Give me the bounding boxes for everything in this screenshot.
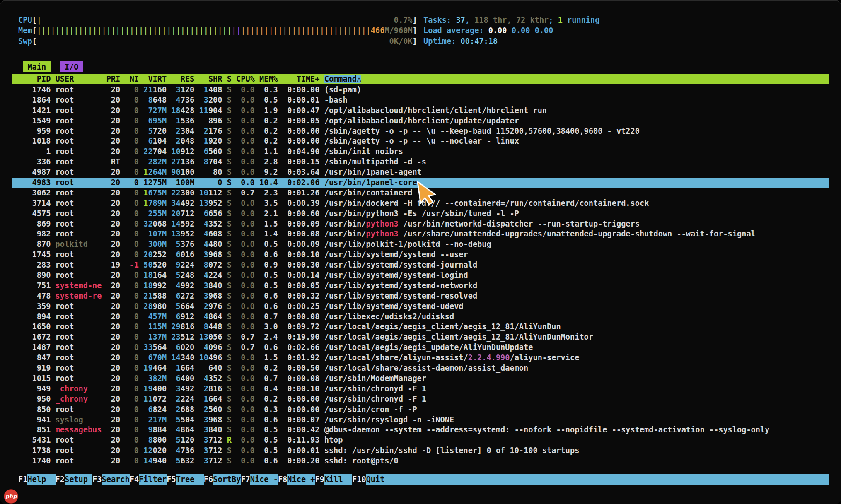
col-user[interactable]: USER	[56, 74, 102, 84]
cell-virt: 28980	[143, 301, 167, 312]
cell-mem: 1.5	[259, 353, 278, 363]
col-pri[interactable]: PRI	[106, 74, 121, 84]
process-row[interactable]: 1549root200695M1536896S0.00.20:00.05/opt…	[12, 116, 829, 126]
cell-mem: 1.5	[259, 219, 278, 229]
fkey-f1-label[interactable]: Help	[27, 474, 55, 485]
process-row[interactable]: 870polkitd200300M53764480S0.00.50:00.09/…	[12, 239, 829, 250]
col-mem[interactable]: MEM%	[259, 74, 278, 84]
cell-user: root	[56, 167, 102, 178]
process-row[interactable]: 982root200107M139524608S0.01.40:00.08/us…	[12, 229, 829, 239]
cell-res: 5120	[171, 435, 194, 446]
col-time[interactable]: TIME+	[283, 74, 320, 84]
col-res[interactable]: RES	[171, 74, 194, 84]
fkey-f9[interactable]: F9	[315, 474, 324, 485]
process-row[interactable]: 1015root200382M64004352S0.00.70:00.08/us…	[12, 374, 829, 384]
cell-ni: 0	[125, 147, 139, 157]
process-row[interactable]: 1650root200115M298168448S0.03.00:09.72/u…	[12, 322, 829, 332]
cell-pri: 20	[106, 456, 121, 466]
tab-io[interactable]: I/O	[60, 61, 83, 72]
process-row[interactable]: 1745root2002025260163968S0.00.60:00.10/u…	[12, 250, 829, 260]
fkey-f7-label[interactable]: Nice -	[250, 474, 278, 485]
process-row[interactable]: 336rootRT0282M271368704S0.02.80:00.15/sb…	[12, 157, 829, 167]
cell-mem: 0.3	[259, 405, 278, 415]
process-row[interactable]: 869root20032068145924352S0.01.50:00.09/u…	[12, 219, 829, 229]
process-row[interactable]: 950_chrony2001107222241664S0.00.20:00.00…	[12, 394, 829, 405]
fkey-f8-label[interactable]: Nice +	[287, 474, 315, 485]
cell-ni: 0	[125, 85, 139, 95]
process-row[interactable]: 851messagebus200988448643840S0.00.50:00.…	[12, 425, 829, 435]
process-row[interactable]: 949_chrony2001940034922816S0.00.40:00.10…	[12, 384, 829, 394]
cell-virt: 12020	[143, 446, 167, 456]
process-row[interactable]: 1738root2001202047363712S0.00.50:00.01ss…	[12, 446, 829, 456]
col-shr[interactable]: SHR	[199, 74, 222, 84]
process-row[interactable]: 1487root2003356460204096S0.70.60:02.66/u…	[12, 342, 829, 353]
process-row[interactable]: 850root200682426882560S0.00.30:00.00/usr…	[12, 405, 829, 415]
col-cpu[interactable]: CPU%	[236, 74, 255, 84]
col-ni[interactable]: NI	[125, 74, 139, 84]
fkey-f1[interactable]: F1	[18, 474, 27, 485]
cell-pri: 20	[106, 435, 121, 446]
fkey-f2-label[interactable]: Setup	[65, 474, 92, 485]
fkey-f10-label[interactable]: Quit	[366, 474, 829, 485]
fkey-f8[interactable]: F8	[278, 474, 287, 485]
process-row[interactable]: 1672root200137M2351213056S0.72.40:19.90/…	[12, 332, 829, 342]
fkey-f5-label[interactable]: Tree	[176, 474, 204, 485]
cell-shr: 1408	[199, 85, 222, 95]
col-pid[interactable]: PID	[18, 74, 51, 84]
fkey-f5[interactable]: F5	[167, 474, 176, 485]
process-row[interactable]: 4987root2001264M9010080S0.09.20:03.64/us…	[12, 167, 829, 178]
cell-virt: 300M	[143, 239, 167, 250]
fkey-f10[interactable]: F10	[352, 474, 366, 485]
process-row[interactable]: 478systemd-re2002158862723968S0.00.60:00…	[12, 291, 829, 301]
cell-mem: 0.5	[259, 446, 278, 456]
fkey-f3[interactable]: F3	[92, 474, 102, 485]
fkey-f9-label[interactable]: Kill	[324, 474, 352, 485]
process-row[interactable]: 890root2001816452484224S0.00.50:00.14/us…	[12, 270, 829, 281]
cell-mem: 3.5	[259, 198, 278, 209]
process-row[interactable]: 1746root2002116031201408S0.00.30:00.00(s…	[12, 85, 829, 95]
cell-user: root	[56, 147, 102, 157]
process-row[interactable]: 1864root200864847363200S0.00.50:00.01-ba…	[12, 95, 829, 106]
fkey-f2[interactable]: F2	[56, 474, 65, 485]
cell-mem: 0.5	[259, 435, 278, 446]
cell-ni: 0	[125, 178, 139, 188]
cell-res: 3120	[171, 85, 194, 95]
col-s[interactable]: S	[227, 74, 232, 84]
tab-main[interactable]: Main	[23, 61, 51, 72]
fkey-f3-label[interactable]: Search	[102, 474, 130, 485]
process-row[interactable]: 1018root200610420481920S0.00.20:00.00/sb…	[12, 136, 829, 147]
cell-cpu: 0.0	[236, 415, 255, 425]
process-row[interactable]: 847root200670M1434010496S0.01.50:01.92/u…	[12, 353, 829, 363]
fkey-f4[interactable]: F4	[130, 474, 139, 485]
cell-mem: 0.4	[259, 384, 278, 394]
cell-mem: 0.5	[259, 281, 278, 291]
process-row[interactable]: 4575root200255M207126656S0.02.10:00.60/u…	[12, 209, 829, 219]
process-row[interactable]: 5431root200880051203712R0.00.50:11.93hto…	[12, 435, 829, 446]
process-row[interactable]: 959root200572023042176S0.00.20:00.00/sbi…	[12, 126, 829, 137]
col-command[interactable]: Command△	[324, 74, 829, 84]
process-row[interactable]: 751systemd-ne2001899249923840S0.00.50:00…	[12, 281, 829, 291]
fkey-f6[interactable]: F6	[204, 474, 213, 485]
cell-pri: 20	[106, 270, 121, 281]
process-row[interactable]: 919root200194641664640S0.00.20:00.50/usr…	[12, 363, 829, 374]
cell-user: root	[56, 157, 102, 167]
process-row[interactable]: 894root200457M69124864S0.00.70:00.08/usr…	[12, 312, 829, 322]
col-virt[interactable]: VIRT	[143, 74, 167, 84]
process-row[interactable]: 1root20022704109126560S0.01.10:04.90/sbi…	[12, 147, 829, 157]
process-row[interactable]: 359root2002898056642976S0.00.60:00.25/us…	[12, 301, 829, 312]
process-row[interactable]: 941syslog200217M55043968S0.00.60:00.07/u…	[12, 415, 829, 425]
process-row[interactable]: 3714root2001789M3449213952S0.03.50:00.39…	[12, 198, 829, 209]
fkey-f6-label[interactable]: SortBy	[213, 474, 241, 485]
fkey-f7[interactable]: F7	[241, 474, 250, 485]
process-row[interactable]: 1740root2001494056323712S0.00.60:00.20ss…	[12, 456, 829, 466]
cell-pid: 3062	[18, 188, 51, 198]
cell-res: 2304	[171, 126, 194, 137]
cell-virt: 115M	[143, 322, 167, 332]
process-row[interactable]: 3062root2001675M2230010112S0.72.30:01.26…	[12, 188, 829, 198]
process-row[interactable]: 1421root200727M1842811904S0.01.90:00.47/…	[12, 106, 829, 116]
cell-time: 0:00.10	[283, 384, 320, 394]
fkey-f4-label[interactable]: Filter	[139, 474, 167, 485]
process-row[interactable]: 283root19-15052092248072S0.00.90:00.30/u…	[12, 260, 829, 270]
process-row[interactable]: 4983root2001275M100M0S0.010.40:02.06/usr…	[12, 178, 829, 188]
cell-user: root	[56, 301, 102, 312]
